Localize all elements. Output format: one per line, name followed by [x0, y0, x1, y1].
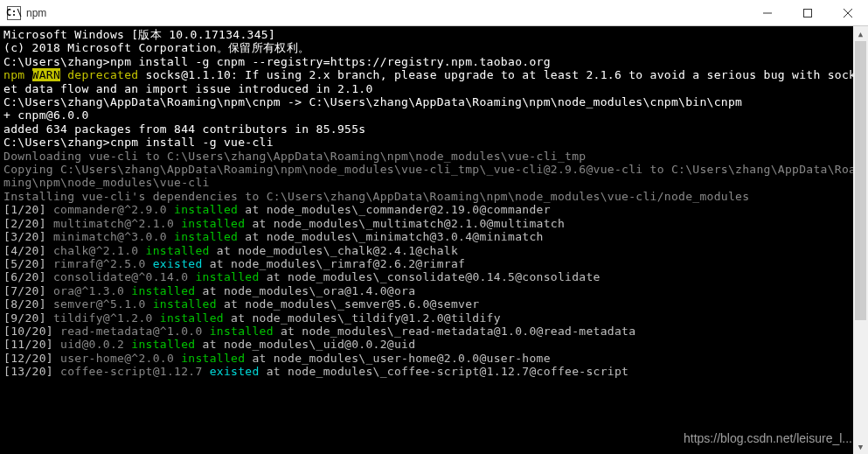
- window-controls: [747, 0, 868, 25]
- scroll-up-button[interactable]: ▲: [853, 26, 868, 41]
- minimize-icon: [763, 9, 772, 17]
- scrollbar[interactable]: ▲ ▼: [853, 26, 868, 454]
- terminal-output[interactable]: Microsoft Windows [版本 10.0.17134.345](c)…: [0, 26, 853, 454]
- window-title: npm: [26, 7, 747, 19]
- close-icon: [844, 9, 852, 17]
- maximize-button[interactable]: [788, 0, 828, 25]
- terminal-container: Microsoft Windows [版本 10.0.17134.345](c)…: [0, 26, 868, 454]
- maximize-icon: [803, 9, 812, 17]
- scroll-thumb[interactable]: [855, 41, 866, 320]
- scroll-down-button[interactable]: ▼: [853, 439, 868, 454]
- app-icon: C:\: [7, 6, 21, 20]
- window-titlebar: C:\ npm: [0, 0, 868, 26]
- svg-rect-1: [804, 9, 812, 17]
- minimize-button[interactable]: [747, 0, 788, 25]
- close-button[interactable]: [828, 0, 868, 25]
- scroll-track[interactable]: [853, 41, 868, 439]
